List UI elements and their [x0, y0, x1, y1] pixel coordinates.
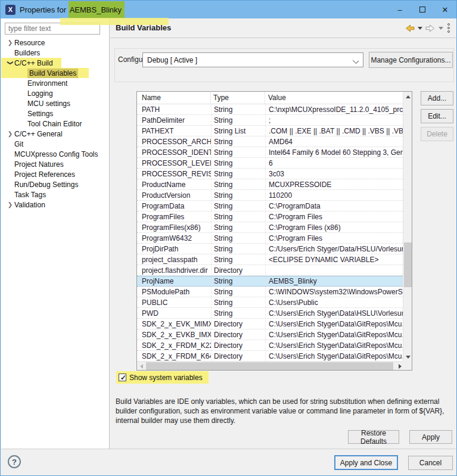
maximize-button[interactable]: [411, 1, 434, 18]
table-row[interactable]: PWD String C:\Users\Erich Styger\Data\HS…: [137, 308, 404, 319]
table-row[interactable]: PROCESSOR_ARCHITECTURE String AMD64: [137, 136, 404, 147]
table-row[interactable]: ProgramData String C:\ProgramData: [137, 201, 404, 211]
tree-item-label: Resource: [14, 39, 45, 47]
configuration-group: Configuration: Debug [ Active ] Manage C…: [114, 48, 454, 82]
manage-configurations-button[interactable]: Manage Configurations...: [369, 52, 453, 68]
table-row[interactable]: ProgramW6432 String C:\Program Files: [137, 233, 404, 244]
apply-button[interactable]: Apply: [409, 430, 452, 444]
window-title: Properties for AEMBS_Blinky: [20, 5, 125, 14]
table-row[interactable]: ProjName String AEMBS_Blinky: [137, 276, 404, 287]
table-row[interactable]: SDK_2_x_EVK_MIMXRT1064 Directory C:\User…: [137, 319, 404, 329]
close-button[interactable]: ✕: [434, 1, 456, 18]
help-button[interactable]: ?: [8, 455, 21, 468]
tree-expand-icon[interactable]: ❯: [5, 59, 15, 67]
horizontal-scroll-thumb[interactable]: [146, 362, 393, 370]
title-bar[interactable]: X Properties for AEMBS_Blinky – ✕: [1, 1, 456, 18]
variable-type-cell: String: [211, 233, 265, 243]
sidebar-tree-item[interactable]: Project References: [1, 169, 109, 179]
variable-name-cell: SDK_2_x_FRDM_K22F: [137, 340, 211, 350]
variable-value-cell: C:\Users\Erich Styger\Data\GitRepos\Mcu.…: [265, 319, 404, 329]
sidebar-tree-item[interactable]: Git: [1, 139, 109, 149]
variable-type-cell: String: [211, 297, 265, 307]
table-row[interactable]: ProductName String MCUXPRESSOIDE: [137, 179, 404, 190]
variable-name-cell: PWD: [137, 308, 211, 318]
table-row[interactable]: ProjDirPath String C:/Users/Erich Styger…: [137, 244, 404, 254]
scroll-left-icon[interactable]: [137, 362, 145, 371]
configuration-dropdown[interactable]: Debug [ Active ]: [142, 52, 363, 67]
filter-input[interactable]: [5, 23, 100, 35]
sidebar-tree-item[interactable]: MCU settings: [1, 98, 109, 108]
sidebar-tree-item[interactable]: ❯ Resource: [1, 38, 109, 48]
minimize-button[interactable]: –: [388, 1, 411, 18]
view-menu-icon[interactable]: [446, 23, 451, 33]
column-header-type[interactable]: Type: [211, 92, 265, 104]
sidebar-tree-item[interactable]: Run/Debug Settings: [1, 179, 109, 189]
sidebar-tree-item[interactable]: Build Variables: [1, 68, 89, 78]
column-header-name[interactable]: Name: [137, 92, 211, 104]
apply-and-close-button[interactable]: Apply and Close: [334, 455, 398, 470]
table-row[interactable]: SDK_2_x_FRDM_K22F Directory C:\Users\Eri…: [137, 340, 404, 351]
vertical-scroll-thumb[interactable]: [404, 242, 412, 287]
horizontal-scrollbar[interactable]: [137, 361, 404, 370]
tree-expand-icon[interactable]: ❯: [6, 129, 14, 139]
scroll-down-icon[interactable]: [403, 352, 412, 362]
sidebar-tree-item[interactable]: MCUXpresso Config Tools: [1, 149, 109, 159]
table-row[interactable]: ProductVersion String 110200: [137, 190, 404, 201]
forward-arrow-icon[interactable]: [425, 24, 436, 32]
variable-value-cell: C:\WINDOWS\system32\WindowsPowerSh...: [265, 287, 404, 297]
table-row[interactable]: ProgramFiles(x86) String C:\Program File…: [137, 222, 404, 233]
tree-expand-icon[interactable]: ❯: [6, 200, 14, 210]
table-row[interactable]: PROCESSOR_REVISION String 3c03: [137, 169, 404, 179]
variable-name-cell: ProgramFiles: [137, 211, 211, 222]
properties-dialog: X Properties for AEMBS_Blinky – ✕ ❯ Reso…: [0, 0, 457, 476]
sidebar-tree-item[interactable]: ❯ C/C++ General: [1, 129, 109, 139]
sidebar-tree-item[interactable]: Tool Chain Editor: [1, 119, 109, 129]
sidebar-tree-item[interactable]: Settings: [1, 108, 109, 119]
add-button[interactable]: Add...: [421, 91, 453, 105]
vertical-scrollbar[interactable]: [403, 92, 412, 362]
table-row[interactable]: PathDelimiter String ;: [137, 115, 404, 126]
table-row[interactable]: project_classpath String <ECLIPSE DYNAMI…: [137, 254, 404, 265]
sidebar-tree-item[interactable]: Logging: [1, 88, 109, 98]
table-row[interactable]: PUBLIC String C:\Users\Public: [137, 297, 404, 308]
variable-value-cell: [265, 265, 404, 275]
variable-type-cell: Directory: [211, 351, 265, 361]
sidebar-tree-item[interactable]: Task Tags: [1, 189, 109, 200]
table-row[interactable]: PATH String C:\nxp\MCUXpressoIDE_11.2.0_…: [137, 104, 404, 115]
back-dropdown-icon[interactable]: [418, 27, 422, 30]
configuration-value: Debug [ Active ]: [147, 56, 197, 64]
table-row[interactable]: ProgramFiles String C:\Program Files: [137, 211, 404, 222]
restore-defaults-button[interactable]: Restore Defaults: [348, 430, 399, 444]
variable-type-cell: Directory: [211, 340, 265, 350]
variable-name-cell: project_classpath: [137, 254, 211, 265]
table-row[interactable]: PROCESSOR_LEVEL String 6: [137, 158, 404, 169]
forward-dropdown-icon[interactable]: [439, 27, 443, 30]
table-row[interactable]: PSModulePath String C:\WINDOWS\system32\…: [137, 287, 404, 297]
table-row[interactable]: project.flashdriver.dir Directory: [137, 265, 404, 276]
back-arrow-icon[interactable]: [405, 24, 415, 32]
table-row[interactable]: PROCESSOR_IDENTIFIER String Intel64 Fami…: [137, 147, 404, 158]
sidebar-tree-item[interactable]: Environment: [1, 78, 109, 88]
scroll-up-icon[interactable]: [403, 92, 412, 101]
eclipse-app-icon: X: [5, 5, 15, 15]
sidebar-tree-item[interactable]: ❯ C/C++ Build: [1, 58, 61, 68]
variable-name-cell: PROCESSOR_ARCHITECTURE: [137, 136, 211, 147]
column-header-value[interactable]: Value: [265, 92, 404, 104]
edit-button[interactable]: Edit...: [421, 109, 453, 123]
variable-value-cell: C:/Users/Erich Styger/Data/HSLU/Vorlesun…: [265, 244, 404, 254]
table-row[interactable]: SDK_2_x_EVKB_IMXRT1050 Directory C:\User…: [137, 329, 404, 340]
sidebar-tree-item[interactable]: ❯ Validation: [1, 200, 109, 210]
table-row[interactable]: SDK_2_x_FRDM_K64F Directory C:\Users\Eri…: [137, 351, 404, 362]
sidebar-tree-item[interactable]: Builders: [1, 48, 109, 58]
sidebar-tree-item[interactable]: Project Natures: [1, 159, 109, 169]
variable-type-cell: String: [211, 244, 265, 254]
variable-name-cell: project.flashdriver.dir: [137, 265, 211, 275]
variable-type-cell: String: [211, 158, 265, 168]
table-row[interactable]: PATHEXT String List .COM || .EXE || .BAT…: [137, 126, 404, 136]
show-system-variables-checkbox[interactable]: ✓: [119, 374, 126, 381]
tree-item-label: Logging: [27, 89, 53, 98]
variable-value-cell: C:\nxp\MCUXpressoIDE_11.2.0_4105_prc3\i.…: [265, 104, 404, 114]
tree-item-label: C/C++ General: [14, 130, 63, 138]
cancel-button[interactable]: Cancel: [408, 456, 453, 470]
tree-expand-icon[interactable]: ❯: [6, 38, 14, 48]
